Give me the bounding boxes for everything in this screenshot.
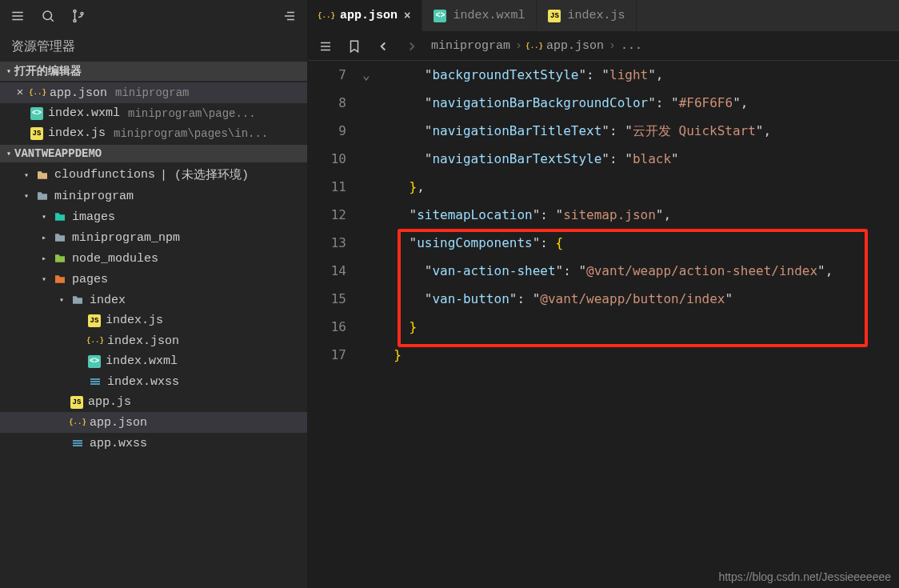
tree-item[interactable]: {..}index.json — [0, 330, 307, 351]
chevron-icon: ▾ — [22, 170, 30, 180]
wxss-icon — [70, 436, 85, 450]
watermark: https://blog.csdn.net/Jessieeeeeee — [718, 570, 891, 583]
close-icon[interactable]: × — [14, 86, 26, 100]
tree-item[interactable]: ▾miniprogram — [0, 186, 307, 206]
open-editors-label: 打开的编辑器 — [14, 64, 82, 78]
json-icon: {..} — [319, 9, 334, 23]
fold-column: ⌄ — [362, 61, 378, 588]
tree-item[interactable]: ▾cloudfunctions | (未选择环境) — [0, 164, 307, 186]
code-lines[interactable]: "backgroundTextStyle": "light", "navigat… — [378, 61, 899, 588]
tab-app-json[interactable]: {..}app.json× — [308, 0, 422, 31]
open-editor-item[interactable]: JSindex.jsminiprogram\pages\in... — [0, 123, 307, 143]
tree-suffix: | (未选择环境) — [160, 167, 249, 182]
tree-item[interactable]: ▸miniprogram_npm — [0, 227, 307, 248]
editor-subbar: miniprogram › {..} app.json › ... — [308, 32, 899, 61]
project-title-label: VANTWEAPPDEMO — [14, 147, 102, 160]
code-line[interactable]: "usingComponents": { — [378, 229, 899, 257]
code-line[interactable]: }, — [378, 173, 899, 201]
json-icon: {..} — [88, 334, 102, 348]
chevron-right-icon: › — [609, 39, 616, 53]
tree-label: pages — [72, 273, 108, 286]
tree-label: index.wxml — [106, 354, 178, 368]
close-icon[interactable]: × — [404, 10, 410, 22]
code-line[interactable]: } — [378, 341, 899, 369]
open-editor-item[interactable]: <>index.wxmlminiprogram\page... — [0, 103, 307, 123]
wxss-icon — [88, 374, 102, 389]
tree-label: app.json — [90, 416, 147, 430]
file-hint: miniprogram\pages\in... — [114, 127, 268, 140]
tree-item[interactable]: JSapp.js — [0, 392, 307, 412]
tree-label: app.js — [88, 395, 131, 409]
sidebar: 资源管理器 ▾ 打开的编辑器 ×{..}app.jsonminiprogram<… — [0, 0, 308, 588]
section-open-editors[interactable]: ▾ 打开的编辑器 — [0, 62, 307, 81]
chevron-icon: ▾ — [40, 212, 48, 222]
file-name: index.js — [48, 126, 106, 140]
chevron-right-icon: › — [515, 39, 522, 53]
line-gutter: 7891011121314151617 — [308, 61, 362, 588]
code-line[interactable]: "navigationBarTextStyle": "black" — [378, 145, 899, 173]
chevron-icon: ▾ — [22, 191, 30, 201]
tree-item[interactable]: JSindex.js — [0, 310, 307, 330]
tree-label: app.wxss — [90, 437, 147, 450]
tree-item[interactable]: ▾pages — [0, 269, 307, 290]
search-icon[interactable] — [38, 6, 58, 26]
tree-item[interactable]: ▾images — [0, 206, 307, 227]
tab-label: index.js — [567, 9, 625, 22]
code-line[interactable]: "sitemapLocation": "sitemap.json", — [378, 201, 899, 229]
editor-area: {..}app.json×<>index.wxmlJSindex.js mini… — [308, 0, 899, 588]
code-line[interactable]: "navigationBarBackgroundColor": "#F6F6F6… — [378, 89, 899, 117]
tree-label: miniprogram_npm — [72, 231, 180, 245]
tree-item[interactable]: <>index.wxml — [0, 351, 307, 371]
folder-icon — [53, 251, 67, 266]
folder-icon — [53, 210, 67, 224]
order-icon[interactable] — [280, 6, 299, 26]
tree-label: miniprogram — [54, 190, 134, 203]
tree-item[interactable]: app.wxss — [0, 433, 307, 454]
code-line[interactable]: "van-action-sheet": "@vant/weapp/action-… — [378, 257, 899, 285]
tree-label: images — [72, 210, 115, 224]
section-project[interactable]: ▾ VANTWEAPPDEMO — [0, 145, 307, 162]
json-icon: {..} — [30, 86, 45, 100]
code-area[interactable]: 7891011121314151617 ⌄ "backgroundTextSty… — [308, 61, 899, 588]
svg-point-7 — [81, 13, 83, 15]
svg-point-5 — [74, 10, 76, 13]
wxml-icon: <> — [88, 355, 101, 368]
file-name: app.json — [50, 86, 107, 100]
chevron-down-icon: ▾ — [6, 66, 11, 76]
project-tree: ▾cloudfunctions | (未选择环境)▾miniprogram▾im… — [0, 162, 307, 588]
wxml-icon: <> — [30, 107, 43, 120]
js-icon: JS — [88, 314, 101, 327]
code-line[interactable]: "navigationBarTitleText": "云开发 QuickStar… — [378, 117, 899, 145]
folder-icon — [53, 272, 67, 286]
breadcrumb[interactable]: miniprogram › {..} app.json › ... — [431, 39, 642, 54]
back-icon[interactable] — [374, 37, 393, 56]
tree-item[interactable]: ▸node_modules — [0, 248, 307, 269]
svg-point-6 — [74, 20, 76, 22]
explorer-title: 资源管理器 — [0, 32, 307, 62]
tree-item[interactable]: ▾index — [0, 290, 307, 310]
sidebar-topbar — [0, 0, 307, 32]
tree-item[interactable]: index.wxss — [0, 371, 307, 392]
tab-index-js[interactable]: JSindex.js — [537, 0, 637, 31]
folder-icon — [35, 189, 50, 203]
code-line[interactable]: } — [378, 313, 899, 341]
list-icon[interactable] — [316, 37, 335, 56]
svg-line-4 — [50, 18, 53, 21]
branch-icon[interactable] — [69, 6, 88, 26]
tree-item[interactable]: {..}app.json — [0, 412, 307, 433]
js-icon: JS — [70, 396, 83, 409]
tree-label: index.wxss — [107, 375, 179, 389]
js-icon: JS — [548, 10, 561, 22]
code-line[interactable]: "van-button": "@vant/weapp/button/index" — [378, 285, 899, 313]
tab-label: index.wxml — [453, 9, 525, 22]
open-editor-item[interactable]: ×{..}app.jsonminiprogram — [0, 82, 307, 103]
code-line[interactable]: "backgroundTextStyle": "light", — [378, 61, 899, 89]
folder-icon — [70, 293, 85, 307]
hamburger-icon[interactable] — [8, 6, 27, 26]
tree-label: node_modules — [72, 252, 158, 266]
forward-icon[interactable] — [402, 37, 422, 56]
file-hint: miniprogram\page... — [128, 107, 256, 120]
tab-index-wxml[interactable]: <>index.wxml — [422, 0, 537, 31]
bookmark-icon[interactable] — [345, 37, 364, 56]
json-icon: {..} — [70, 415, 85, 430]
